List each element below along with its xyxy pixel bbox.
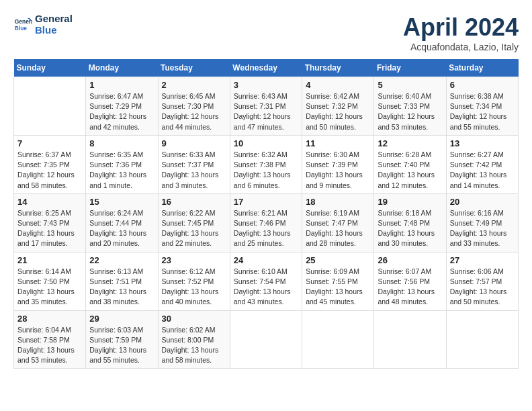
day-info: Sunrise: 6:16 AMSunset: 7:49 PMDaylight:… (450, 208, 515, 249)
day-info: Sunrise: 6:28 AMSunset: 7:40 PMDaylight:… (378, 150, 442, 191)
day-number: 9 (162, 138, 226, 148)
column-header-friday: Friday (374, 59, 446, 77)
calendar-cell: 5Sunrise: 6:40 AMSunset: 7:33 PMDaylight… (374, 77, 446, 136)
day-number: 11 (306, 138, 370, 148)
day-info: Sunrise: 6:33 AMSunset: 7:37 PMDaylight:… (162, 150, 226, 191)
day-info: Sunrise: 6:21 AMSunset: 7:46 PMDaylight:… (234, 208, 298, 249)
calendar-cell (302, 310, 374, 369)
calendar-cell (446, 310, 518, 369)
week-row-4: 21Sunrise: 6:14 AMSunset: 7:50 PMDayligh… (14, 252, 519, 310)
calendar-table: SundayMondayTuesdayWednesdayThursdayFrid… (13, 59, 519, 369)
calendar-cell: 4Sunrise: 6:42 AMSunset: 7:32 PMDaylight… (302, 77, 374, 136)
day-number: 30 (162, 314, 226, 324)
day-number: 4 (306, 80, 370, 90)
title-block: April 2024 Acquafondata, Lazio, Italy (403, 13, 519, 52)
logo-text-line2: Blue (35, 25, 73, 36)
column-header-monday: Monday (86, 59, 158, 77)
calendar-cell: 18Sunrise: 6:19 AMSunset: 7:47 PMDayligh… (302, 193, 374, 252)
calendar-cell: 16Sunrise: 6:22 AMSunset: 7:45 PMDayligh… (158, 193, 230, 252)
day-number: 16 (162, 197, 226, 207)
day-info: Sunrise: 6:14 AMSunset: 7:50 PMDaylight:… (17, 267, 82, 308)
day-info: Sunrise: 6:37 AMSunset: 7:35 PMDaylight:… (17, 150, 82, 191)
day-number: 2 (162, 80, 226, 90)
day-info: Sunrise: 6:12 AMSunset: 7:52 PMDaylight:… (162, 267, 226, 308)
day-number: 3 (234, 80, 298, 90)
day-number: 1 (89, 80, 154, 90)
calendar-cell: 21Sunrise: 6:14 AMSunset: 7:50 PMDayligh… (14, 252, 86, 310)
week-row-5: 28Sunrise: 6:04 AMSunset: 7:58 PMDayligh… (14, 310, 519, 369)
day-number: 5 (378, 80, 442, 90)
column-header-tuesday: Tuesday (158, 59, 230, 77)
calendar-cell: 10Sunrise: 6:32 AMSunset: 7:38 PMDayligh… (230, 135, 302, 193)
calendar-cell: 25Sunrise: 6:09 AMSunset: 7:55 PMDayligh… (302, 252, 374, 310)
calendar-cell: 9Sunrise: 6:33 AMSunset: 7:37 PMDaylight… (158, 135, 230, 193)
day-number: 21 (17, 255, 82, 265)
day-number: 22 (89, 255, 154, 265)
calendar-cell: 23Sunrise: 6:12 AMSunset: 7:52 PMDayligh… (158, 252, 230, 310)
day-number: 7 (17, 138, 82, 148)
day-info: Sunrise: 6:19 AMSunset: 7:47 PMDaylight:… (306, 208, 370, 249)
calendar-cell: 7Sunrise: 6:37 AMSunset: 7:35 PMDaylight… (14, 135, 86, 193)
day-number: 13 (450, 138, 515, 148)
day-info: Sunrise: 6:25 AMSunset: 7:43 PMDaylight:… (17, 208, 82, 249)
calendar-cell: 24Sunrise: 6:10 AMSunset: 7:54 PMDayligh… (230, 252, 302, 310)
calendar-cell: 11Sunrise: 6:30 AMSunset: 7:39 PMDayligh… (302, 135, 374, 193)
day-number: 8 (89, 138, 154, 148)
day-number: 14 (17, 197, 82, 207)
calendar-cell: 20Sunrise: 6:16 AMSunset: 7:49 PMDayligh… (446, 193, 518, 252)
day-info: Sunrise: 6:42 AMSunset: 7:32 PMDaylight:… (306, 91, 370, 132)
week-row-1: 1Sunrise: 6:47 AMSunset: 7:29 PMDaylight… (14, 77, 519, 136)
day-info: Sunrise: 6:09 AMSunset: 7:55 PMDaylight:… (306, 267, 370, 308)
day-info: Sunrise: 6:22 AMSunset: 7:45 PMDaylight:… (162, 208, 226, 249)
calendar-cell: 13Sunrise: 6:27 AMSunset: 7:42 PMDayligh… (446, 135, 518, 193)
week-row-2: 7Sunrise: 6:37 AMSunset: 7:35 PMDaylight… (14, 135, 519, 193)
day-info: Sunrise: 6:24 AMSunset: 7:44 PMDaylight:… (89, 208, 154, 249)
calendar-cell: 28Sunrise: 6:04 AMSunset: 7:58 PMDayligh… (14, 310, 86, 369)
day-info: Sunrise: 6:38 AMSunset: 7:34 PMDaylight:… (450, 91, 515, 132)
day-info: Sunrise: 6:32 AMSunset: 7:38 PMDaylight:… (234, 150, 298, 191)
calendar-cell: 15Sunrise: 6:24 AMSunset: 7:44 PMDayligh… (86, 193, 158, 252)
page-header: General Blue General Blue April 2024 Acq… (13, 13, 519, 52)
day-info: Sunrise: 6:13 AMSunset: 7:51 PMDaylight:… (89, 267, 154, 308)
column-header-thursday: Thursday (302, 59, 374, 77)
day-info: Sunrise: 6:40 AMSunset: 7:33 PMDaylight:… (378, 91, 442, 132)
calendar-cell: 26Sunrise: 6:07 AMSunset: 7:56 PMDayligh… (374, 252, 446, 310)
calendar-cell: 14Sunrise: 6:25 AMSunset: 7:43 PMDayligh… (14, 193, 86, 252)
calendar-cell: 2Sunrise: 6:45 AMSunset: 7:30 PMDaylight… (158, 77, 230, 136)
day-number: 20 (450, 197, 515, 207)
day-number: 28 (17, 314, 82, 324)
day-number: 10 (234, 138, 298, 148)
calendar-cell: 17Sunrise: 6:21 AMSunset: 7:46 PMDayligh… (230, 193, 302, 252)
logo: General Blue General Blue (13, 13, 73, 36)
day-info: Sunrise: 6:45 AMSunset: 7:30 PMDaylight:… (162, 91, 226, 132)
calendar-cell (374, 310, 446, 369)
day-number: 25 (306, 255, 370, 265)
calendar-cell: 1Sunrise: 6:47 AMSunset: 7:29 PMDaylight… (86, 77, 158, 136)
calendar-cell: 8Sunrise: 6:35 AMSunset: 7:36 PMDaylight… (86, 135, 158, 193)
calendar-cell: 6Sunrise: 6:38 AMSunset: 7:34 PMDaylight… (446, 77, 518, 136)
day-number: 12 (378, 138, 442, 148)
day-info: Sunrise: 6:07 AMSunset: 7:56 PMDaylight:… (378, 267, 442, 308)
logo-text-line1: General (35, 13, 73, 25)
day-number: 17 (234, 197, 298, 207)
calendar-cell: 19Sunrise: 6:18 AMSunset: 7:48 PMDayligh… (374, 193, 446, 252)
month-title: April 2024 (403, 13, 519, 42)
day-info: Sunrise: 6:04 AMSunset: 7:58 PMDaylight:… (17, 325, 82, 366)
day-number: 23 (162, 255, 226, 265)
week-row-3: 14Sunrise: 6:25 AMSunset: 7:43 PMDayligh… (14, 193, 519, 252)
day-info: Sunrise: 6:35 AMSunset: 7:36 PMDaylight:… (89, 150, 154, 191)
day-info: Sunrise: 6:27 AMSunset: 7:42 PMDaylight:… (450, 150, 515, 191)
calendar-cell: 27Sunrise: 6:06 AMSunset: 7:57 PMDayligh… (446, 252, 518, 310)
column-header-wednesday: Wednesday (230, 59, 302, 77)
day-number: 27 (450, 255, 515, 265)
day-info: Sunrise: 6:30 AMSunset: 7:39 PMDaylight:… (306, 150, 370, 191)
day-number: 19 (378, 197, 442, 207)
column-header-sunday: Sunday (14, 59, 86, 77)
day-number: 18 (306, 197, 370, 207)
header-row: SundayMondayTuesdayWednesdayThursdayFrid… (14, 59, 519, 77)
calendar-cell: 22Sunrise: 6:13 AMSunset: 7:51 PMDayligh… (86, 252, 158, 310)
day-info: Sunrise: 6:02 AMSunset: 8:00 PMDaylight:… (162, 325, 226, 366)
calendar-cell: 3Sunrise: 6:43 AMSunset: 7:31 PMDaylight… (230, 77, 302, 136)
location-label: Acquafondata, Lazio, Italy (403, 42, 519, 52)
column-header-saturday: Saturday (446, 59, 518, 77)
